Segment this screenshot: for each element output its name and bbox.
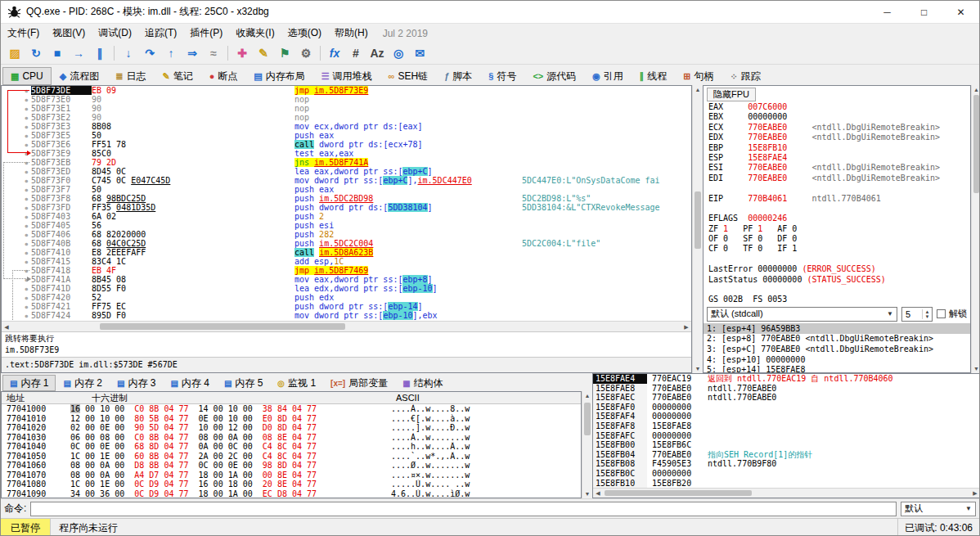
stack-row[interactable]: 15E8FAF000000000 bbox=[593, 403, 980, 412]
close-button[interactable]: ✕ bbox=[942, 1, 979, 23]
breakpoint-dot-icon[interactable]: ● bbox=[2, 311, 31, 320]
comment-button[interactable]: ✎ bbox=[253, 44, 274, 63]
stack-row[interactable]: 15E8FB0C00000000 bbox=[593, 469, 980, 479]
disasm-row[interactable]: ●5D8F73E38B08mov ecx,dword ptr ds:[eax] bbox=[2, 122, 691, 131]
dump-row[interactable]: 7704107008 00 0A 00 A4 D7 04 77 18 00 1A… bbox=[2, 471, 581, 480]
scroll-thumb[interactable] bbox=[605, 490, 752, 496]
argument-row[interactable]: 2: [esp+8] 770EABE0 <ntdll.DbgUiRemoteBr… bbox=[704, 334, 970, 345]
checkbox-icon[interactable] bbox=[937, 309, 946, 318]
disasm-row[interactable]: ●5D8F73E190nop bbox=[2, 104, 691, 113]
chat-help-button[interactable]: ✉ bbox=[409, 44, 430, 63]
disassembly-hscrollbar[interactable]: ◀ ▶ bbox=[2, 321, 691, 331]
breakpoint-dot-icon[interactable]: ● bbox=[2, 239, 31, 248]
stack-row[interactable]: 15E8FAEC770EABE0ntdll.770EABE0 bbox=[593, 393, 980, 403]
stack-row[interactable]: 15E8FB1015E8FB20 bbox=[593, 479, 980, 488]
disasm-row[interactable]: ●5D8F7418EB 4Fjmp im.5D8F7469 bbox=[2, 266, 691, 275]
register-row[interactable]: EIP 770B4061 ntdll.770B4061 bbox=[708, 194, 970, 204]
menu-item[interactable]: 插件(P) bbox=[183, 24, 229, 43]
register-row[interactable]: GS 002B FS 0053 bbox=[708, 295, 970, 304]
tab-threads[interactable]: ∥线程 bbox=[632, 67, 676, 85]
disasm-row[interactable]: ●5D8F73E985C0test eax,eax bbox=[2, 149, 691, 158]
disasm-row[interactable]: ●5D8F73ED8D45 0Clea eax,dword ptr ss:[eb… bbox=[2, 167, 691, 176]
register-row[interactable]: LastStatus 00000000 (STATUS_SUCCESS) bbox=[708, 275, 970, 285]
hide-fpu-button[interactable]: 隐藏FPU bbox=[707, 88, 756, 101]
tab-memory-5[interactable]: ▤内存 5 bbox=[217, 375, 270, 391]
register-row[interactable] bbox=[708, 254, 970, 264]
tab-log[interactable]: ≣日志 bbox=[107, 67, 154, 85]
tab-handles[interactable]: ⊞句柄 bbox=[675, 67, 722, 85]
dump-row[interactable]: 7704103006 00 08 00 C0 8B 04 77 08 00 0A… bbox=[2, 433, 581, 443]
scroll-right-icon[interactable]: ▶ bbox=[683, 324, 690, 331]
menu-item[interactable]: 选项(O) bbox=[281, 24, 328, 43]
command-input[interactable] bbox=[30, 502, 897, 516]
breakpoint-dot-icon[interactable]: ● bbox=[2, 293, 31, 302]
dump-vscrollbar[interactable]: ▲ ▼ bbox=[582, 391, 592, 498]
register-row[interactable]: LastError 00000000 (ERROR_SUCCESS) bbox=[708, 264, 970, 274]
register-row[interactable] bbox=[708, 204, 970, 214]
scroll-thumb[interactable] bbox=[973, 95, 979, 193]
register-row[interactable]: EDX 770EABE0 <ntdll.DbgUiRemoteBreakin> bbox=[708, 133, 970, 142]
scroll-thumb[interactable] bbox=[584, 403, 591, 435]
disasm-row[interactable]: ●5D8F74036A 02push 2 bbox=[2, 212, 691, 221]
scroll-thumb[interactable] bbox=[695, 191, 701, 249]
tab-memory-2[interactable]: ▤内存 2 bbox=[56, 375, 109, 391]
minimize-button[interactable]: ─ bbox=[869, 1, 906, 23]
breakpoint-dot-icon[interactable]: ● bbox=[2, 266, 31, 275]
stack-row[interactable]: 15E8FB08F45905E3ntdll.770B9F80 bbox=[593, 459, 980, 469]
breakpoint-dot-icon[interactable]: ● bbox=[2, 167, 31, 176]
disasm-row[interactable]: ●5D8F73DEEB 09jmp im.5D8F73E9 bbox=[2, 86, 691, 95]
tab-locals[interactable]: [x=]局部变量 bbox=[323, 375, 395, 391]
tab-source[interactable]: <>源代码 bbox=[524, 67, 584, 85]
argument-row[interactable]: 1: [esp+4] 96A59BB3 bbox=[704, 324, 970, 335]
disasm-row[interactable]: ●5D8F73E550push eax bbox=[2, 131, 691, 140]
disasm-row[interactable]: ●5D8F73F868 98BDC25Dpush im.5DC2BD985DC2… bbox=[2, 194, 691, 203]
disassembly-vscrollbar[interactable]: ▲ ▼ bbox=[692, 85, 703, 373]
dump-row[interactable]: 7704109034 00 36 00 0C D9 04 77 18 00 1A… bbox=[2, 489, 581, 499]
open-file-button[interactable]: ▨ bbox=[4, 44, 25, 63]
argument-row[interactable]: 3: [esp+C] 770EABE0 <ntdll.DbgUiRemoteBr… bbox=[704, 345, 970, 355]
breakpoint-dot-icon[interactable]: ● bbox=[2, 212, 31, 221]
search-button[interactable]: ◎ bbox=[388, 44, 409, 63]
register-row[interactable] bbox=[708, 183, 970, 193]
settings-button[interactable]: ⚙ bbox=[295, 44, 317, 63]
register-row[interactable]: ZF 1 PF 1 AF 0 bbox=[708, 224, 970, 234]
dump-row[interactable]: 770410501C 00 1E 00 60 8B 04 77 2A 00 2C… bbox=[2, 452, 581, 462]
scroll-thumb[interactable] bbox=[100, 323, 345, 330]
disasm-row[interactable]: ●5D8F73F750push eax bbox=[2, 185, 691, 194]
breakpoint-dot-icon[interactable]: ● bbox=[2, 104, 31, 113]
menu-item[interactable]: 视图(V) bbox=[46, 24, 92, 43]
breakpoint-dot-icon[interactable]: ● bbox=[2, 122, 31, 131]
tab-seh[interactable]: ∞SEH链 bbox=[380, 67, 437, 85]
breakpoint-dot-icon[interactable]: ● bbox=[2, 194, 31, 203]
tab-watch-1[interactable]: ◎监视 1 bbox=[270, 375, 323, 391]
breakpoint-dot-icon[interactable]: ● bbox=[2, 221, 31, 230]
tab-struct[interactable]: ▦结构体 bbox=[395, 375, 450, 391]
breakpoint-dot-icon[interactable]: ● bbox=[2, 140, 31, 149]
scroll-up-icon[interactable]: ▲ bbox=[693, 87, 703, 92]
breakpoint-dot-icon[interactable]: ● bbox=[2, 302, 31, 311]
tab-trace[interactable]: ⁘跟踪 bbox=[722, 67, 769, 85]
disasm-row[interactable]: ●5D8F7424895D F0mov dword ptr ss:[ebp-10… bbox=[2, 311, 691, 320]
scroll-down-icon[interactable]: ▼ bbox=[972, 366, 980, 372]
disasm-row[interactable]: ●5D8F742052push edx bbox=[2, 293, 691, 302]
disasm-row[interactable]: ●5D8F73EB79 2Djns im.5D8F741A bbox=[2, 158, 691, 167]
stepper-arrows-icon[interactable]: ▲▼ bbox=[922, 309, 932, 319]
tab-notes[interactable]: ✎笔记 bbox=[154, 67, 200, 85]
stack-row[interactable]: 15E8FAE8770EABE0ntdll.770EABE0 bbox=[593, 384, 980, 394]
stack-row[interactable]: 15E8FAFC00000000 bbox=[593, 431, 980, 441]
stack-hscrollbar[interactable]: ◀ ▶ bbox=[593, 488, 980, 498]
disasm-row[interactable]: ●5D8F740556push esi bbox=[2, 221, 691, 230]
register-row[interactable]: EBP 15E8FB10 bbox=[708, 143, 970, 153]
breakpoint-dot-icon[interactable]: ● bbox=[2, 95, 31, 104]
argument-row[interactable]: 4: [esp+10] 00000000 bbox=[704, 355, 970, 366]
unlock-checkbox[interactable]: 解锁 bbox=[937, 308, 967, 320]
register-row[interactable]: EAX 007C6000 bbox=[708, 102, 970, 112]
pause-button[interactable]: ∥ bbox=[89, 44, 110, 63]
registers-vscrollbar[interactable]: ▲ ▼ bbox=[971, 85, 980, 373]
breakpoint-dot-icon[interactable]: ● bbox=[2, 275, 31, 284]
tab-memory-1[interactable]: ▤内存 1 bbox=[2, 375, 56, 391]
strings-button[interactable]: Az bbox=[366, 44, 388, 63]
argument-row[interactable]: 5: [esp+14] 15E8FAE8 bbox=[704, 365, 970, 373]
restart-button[interactable]: ↻ bbox=[25, 44, 47, 63]
execute-till-return-button[interactable]: ↑ bbox=[160, 44, 182, 63]
